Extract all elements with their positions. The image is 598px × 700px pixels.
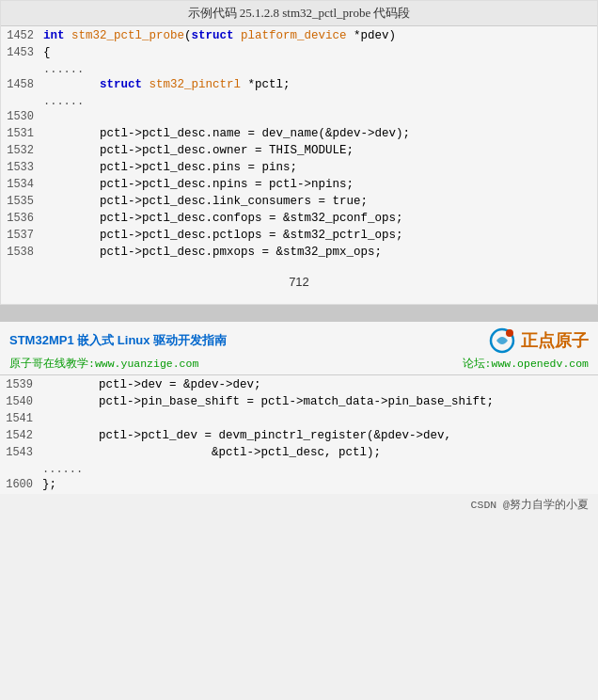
table-row: 1532 pctl->pctl_desc.owner = THIS_MODULE… bbox=[1, 143, 597, 160]
line-number: 1536 bbox=[1, 212, 43, 225]
line-number: 1542 bbox=[0, 429, 42, 442]
sub-right: 论坛:www.openedv.com bbox=[463, 357, 589, 371]
line-number: 1538 bbox=[1, 246, 43, 259]
line-content: &pctl->pctl_desc, pctl); bbox=[42, 446, 381, 459]
table-row: 1458 struct stm32_pinctrl *pctl; bbox=[1, 77, 597, 94]
line-number: 1458 bbox=[1, 78, 43, 91]
line-content: pctl->pctl_desc.pctlops = &stm32_pctrl_o… bbox=[43, 229, 403, 242]
table-row: 1537 pctl->pctl_desc.pctlops = &stm32_pc… bbox=[1, 228, 597, 245]
line-content: pctl->pin_base_shift = pctl->match_data-… bbox=[42, 395, 494, 408]
table-row: 1539 pctl->dev = &pdev->dev; bbox=[0, 377, 598, 394]
line-number: 1452 bbox=[1, 29, 43, 42]
line-number: 1532 bbox=[1, 144, 43, 157]
top-code-block: 1452int stm32_pctl_probe(struct platform… bbox=[1, 26, 597, 263]
table-row: 1452int stm32_pctl_probe(struct platform… bbox=[1, 28, 597, 45]
sub-header: 原子哥在线教学:www.yuanzige.com 论坛:www.openedv.… bbox=[0, 356, 598, 374]
section-divider bbox=[0, 305, 598, 322]
table-row: 1541 bbox=[0, 411, 598, 428]
top-section: 示例代码 25.1.2.8 stm32_pctl_probe 代码段 1452i… bbox=[0, 0, 598, 305]
line-number: 1540 bbox=[0, 395, 42, 408]
line-number: 1534 bbox=[1, 178, 43, 191]
line-number: 1537 bbox=[1, 229, 43, 242]
table-row: 1531 pctl->pctl_desc.name = dev_name(&pd… bbox=[1, 126, 597, 143]
line-content: pctl->pctl_desc.npins = pctl->npins; bbox=[43, 178, 354, 191]
line-number: 1533 bbox=[1, 161, 43, 174]
table-row: 1538 pctl->pctl_desc.pmxops = &stm32_pmx… bbox=[1, 245, 597, 262]
line-content: }; bbox=[42, 478, 56, 491]
line-content: struct stm32_pinctrl *pctl; bbox=[43, 78, 291, 91]
bottom-section: STM32MP1 嵌入式 Linux 驱动开发指南 正点原子 原子哥在线教学:w… bbox=[0, 322, 598, 516]
dots-line: ...... bbox=[1, 62, 597, 77]
logo-text: 正点原子 bbox=[521, 329, 589, 352]
title-text: 示例代码 25.1.2.8 stm32_pctl_probe 代码段 bbox=[188, 6, 411, 20]
bottom-code-block: 1539 pctl->dev = &pdev->dev;1540 pctl->p… bbox=[0, 374, 598, 494]
line-number: 1531 bbox=[1, 127, 43, 140]
table-row: 1530 bbox=[1, 109, 597, 126]
line-content: pctl->pctl_desc.confops = &stm32_pconf_o… bbox=[43, 212, 403, 225]
dots-line: ...... bbox=[1, 94, 597, 109]
line-content: pctl->pctl_desc.name = dev_name(&pdev->d… bbox=[43, 127, 410, 140]
line-content: { bbox=[43, 46, 51, 59]
line-number: 1543 bbox=[0, 446, 42, 459]
line-content: pctl->pctl_desc.link_consumers = true; bbox=[43, 195, 368, 208]
line-number: 1539 bbox=[0, 378, 42, 391]
line-number: 1541 bbox=[0, 412, 42, 425]
table-row: 1540 pctl->pin_base_shift = pctl->match_… bbox=[0, 394, 598, 411]
dots-line: ...... bbox=[0, 462, 598, 477]
table-row: 1533 pctl->pctl_desc.pins = pins; bbox=[1, 160, 597, 177]
line-number: 1530 bbox=[1, 110, 43, 123]
line-number: 1535 bbox=[1, 195, 43, 208]
title-bar: 示例代码 25.1.2.8 stm32_pctl_probe 代码段 bbox=[1, 1, 597, 26]
table-row: 1536 pctl->pctl_desc.confops = &stm32_pc… bbox=[1, 211, 597, 228]
page-number: 712 bbox=[1, 263, 597, 296]
footer-text: CSDN @努力自学的小夏 bbox=[471, 499, 589, 511]
bottom-header: STM32MP1 嵌入式 Linux 驱动开发指南 正点原子 bbox=[0, 322, 598, 356]
table-row: 1543 &pctl->pctl_desc, pctl); bbox=[0, 445, 598, 462]
svg-point-1 bbox=[506, 329, 513, 337]
logo-icon bbox=[487, 327, 517, 354]
line-content: pctl->dev = &pdev->dev; bbox=[42, 378, 261, 391]
line-content: pctl->pctl_desc.pmxops = &stm32_pmx_ops; bbox=[43, 246, 382, 259]
table-row: 1600}; bbox=[0, 477, 598, 494]
line-number: 1453 bbox=[1, 46, 43, 59]
line-content: int stm32_pctl_probe(struct platform_dev… bbox=[43, 29, 396, 42]
line-number: 1600 bbox=[0, 478, 42, 491]
table-row: 1535 pctl->pctl_desc.link_consumers = tr… bbox=[1, 194, 597, 211]
footer-bar: CSDN @努力自学的小夏 bbox=[0, 494, 598, 516]
sub-left: 原子哥在线教学:www.yuanzige.com bbox=[9, 357, 198, 371]
table-row: 1542 pctl->pctl_dev = devm_pinctrl_regis… bbox=[0, 428, 598, 445]
bottom-title: STM32MP1 嵌入式 Linux 驱动开发指南 bbox=[9, 332, 227, 349]
line-content: pctl->pctl_dev = devm_pinctrl_register(&… bbox=[42, 429, 451, 442]
table-row: 1453{ bbox=[1, 45, 597, 62]
line-content: pctl->pctl_desc.owner = THIS_MODULE; bbox=[43, 144, 354, 157]
table-row: 1534 pctl->pctl_desc.npins = pctl->npins… bbox=[1, 177, 597, 194]
line-content: pctl->pctl_desc.pins = pins; bbox=[43, 161, 297, 174]
logo-area: 正点原子 bbox=[487, 327, 589, 354]
